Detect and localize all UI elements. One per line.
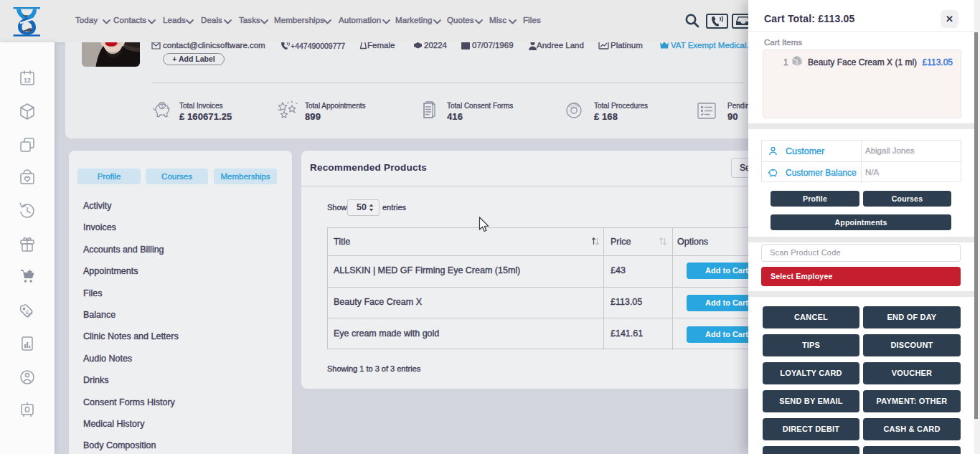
svg-text:12: 12	[24, 77, 31, 84]
svg-text:$: $	[161, 103, 164, 108]
svg-text:£: £	[26, 309, 29, 316]
